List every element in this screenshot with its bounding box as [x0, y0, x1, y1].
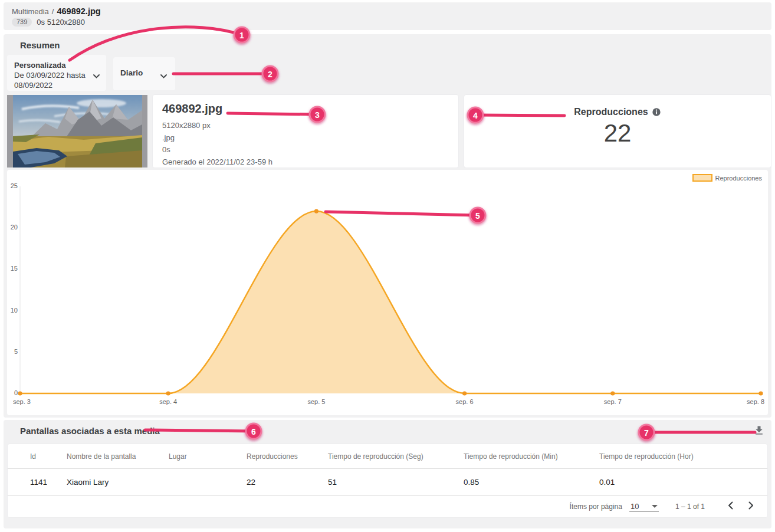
media-title: 469892.jpg [162, 102, 449, 116]
y-axis-tick: 10 [7, 307, 18, 314]
table-header-cell: Id [8, 444, 67, 469]
table-cell: 22 [247, 469, 328, 496]
breadcrumb: Multimedia/469892.jpg [12, 6, 101, 16]
x-axis-label: sep. 4 [159, 398, 177, 405]
legend-swatch-icon [692, 174, 712, 182]
stats-card: Reproducciones 22 [464, 94, 771, 168]
table-header-cell: Tiempo de reproducción (Min) [464, 444, 599, 469]
date-range-select[interactable]: Personalizada De 03/09/2022 hasta 08/09/… [7, 55, 106, 91]
media-info-card: 469892.jpg 5120x2880 px .jpg 0s Generado… [152, 94, 459, 168]
media-detail-dimensions: 5120x2880 px [162, 120, 449, 132]
chevron-down-icon [93, 71, 100, 81]
screens-table-card: IdNombre de la pantallaLugarReproduccion… [7, 444, 768, 518]
stats-value: 22 [464, 120, 771, 147]
media-thumbnail [7, 95, 147, 168]
id-badge: 739 [12, 18, 32, 27]
table-header-cell: Tiempo de reproducción (Hor) [599, 444, 767, 469]
legend-label: Reproducciones [715, 175, 763, 182]
x-axis-label: sep. 5 [307, 398, 325, 405]
items-per-page-value: 10 [630, 502, 639, 511]
y-axis-tick: 15 [7, 265, 18, 272]
table-header: IdNombre de la pantallaLugarReproduccion… [8, 444, 767, 469]
chevron-down-icon [160, 71, 167, 80]
table-header-cell: Reproducciones [247, 444, 328, 469]
table-cell: 0.85 [464, 469, 599, 496]
table-cell [169, 469, 247, 496]
chart-data-point[interactable] [462, 391, 467, 395]
media-meta-row: 739 0s 5120x2880 [12, 18, 85, 27]
next-page-button[interactable] [743, 498, 759, 515]
table-cell: 0.01 [599, 469, 767, 496]
media-meta-text: 0s 5120x2880 [37, 18, 85, 27]
header-panel: Multimedia/469892.jpg 739 0s 5120x2880 [4, 2, 771, 30]
x-axis-label: sep. 8 [747, 398, 764, 405]
chart-legend[interactable]: Reproducciones [692, 174, 763, 182]
page-range-label: 1 – 1 of 1 [675, 503, 705, 511]
chevron-right-icon [744, 498, 758, 513]
breadcrumb-item-multimedia[interactable]: Multimedia [12, 7, 49, 16]
items-per-page-select[interactable]: 10 [629, 501, 659, 512]
x-axis-label: sep. 7 [604, 398, 622, 405]
stats-title: Reproducciones [464, 107, 771, 117]
breadcrumb-separator: / [52, 7, 54, 16]
media-thumbnail-image [13, 95, 142, 168]
y-axis-tick: 25 [7, 182, 18, 189]
media-detail-generated: Generado el 2022/11/02 23-59 h [162, 156, 449, 169]
date-range-line2: 08/09/2022 [14, 80, 91, 90]
chart-plot[interactable] [7, 170, 768, 415]
stats-title-label: Reproducciones [574, 107, 648, 117]
date-range-label: Personalizada [14, 60, 91, 70]
prev-page-button[interactable] [723, 498, 739, 515]
date-range-line1: De 03/09/2022 hasta [14, 70, 91, 80]
dropdown-arrow-icon [652, 505, 658, 508]
table-row[interactable]: 1141Xiaomi Lary22510.850.01 [8, 469, 767, 496]
y-axis-tick: 0 [7, 389, 18, 396]
table-header-cell: Nombre de la pantalla [67, 444, 169, 469]
media-detail-extension: .jpg [162, 132, 449, 145]
y-axis-tick: 5 [7, 348, 18, 355]
download-icon [753, 425, 765, 436]
period-select[interactable]: Diario [113, 57, 175, 90]
screens-title: Pantallas asociadas a esta media [20, 426, 160, 436]
chart-data-point[interactable] [314, 209, 318, 214]
table-cell: Xiaomi Lary [67, 469, 169, 496]
table-cell: 51 [328, 469, 464, 496]
info-icon[interactable] [652, 107, 661, 117]
pagination: Ítems por página 10 1 – 1 of 1 [8, 495, 767, 517]
chart-card: Reproducciones 0510152025 sep. 3sep. 4se… [7, 170, 768, 415]
table-header-cell: Tiempo de reproducción (Seg) [328, 444, 464, 469]
media-detail-duration: 0s [162, 144, 449, 156]
chart-data-point[interactable] [166, 391, 170, 395]
screens-table: IdNombre de la pantallaLugarReproduccion… [8, 444, 767, 496]
x-axis-label: sep. 6 [456, 398, 474, 405]
chart-data-point[interactable] [18, 391, 22, 395]
items-per-page-label: Ítems por página [570, 503, 622, 511]
chevron-left-icon [724, 498, 738, 513]
download-button[interactable] [751, 423, 767, 439]
period-select-value: Diario [120, 68, 143, 77]
y-axis-tick: 20 [7, 224, 18, 231]
x-axis-label: sep. 3 [13, 398, 31, 405]
table-cell: 1141 [8, 469, 67, 496]
table-header-cell: Lugar [169, 444, 247, 469]
breadcrumb-current: 469892.jpg [57, 6, 100, 16]
resumen-title: Resumen [20, 40, 60, 50]
chart-data-point[interactable] [758, 391, 763, 395]
chart-data-point[interactable] [610, 391, 615, 395]
